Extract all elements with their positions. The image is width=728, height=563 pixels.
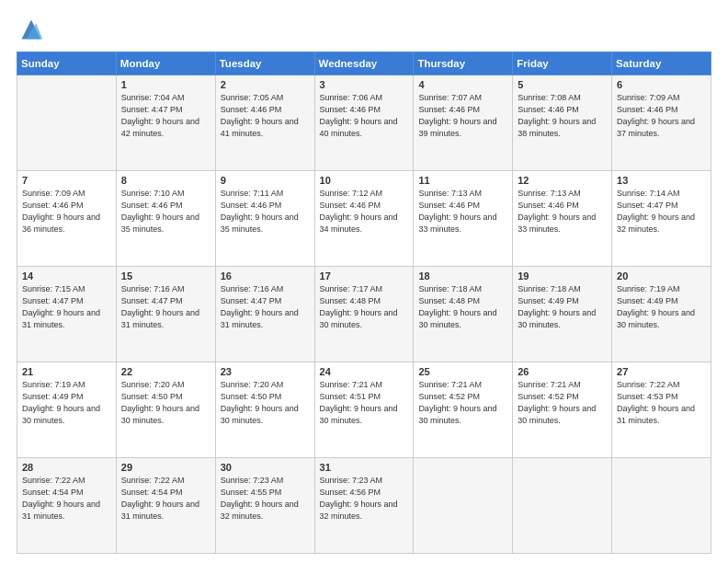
- page: SundayMondayTuesdayWednesdayThursdayFrid…: [0, 0, 728, 563]
- day-info: Sunrise: 7:22 AM Sunset: 4:53 PM Dayligh…: [617, 380, 695, 425]
- day-number: 26: [518, 366, 607, 377]
- weekday-header-wednesday: Wednesday: [314, 52, 414, 75]
- day-info: Sunrise: 7:23 AM Sunset: 4:55 PM Dayligh…: [221, 476, 299, 521]
- calendar-cell: 4 Sunrise: 7:07 AM Sunset: 4:46 PM Dayli…: [414, 75, 513, 171]
- calendar-week-4: 21 Sunrise: 7:19 AM Sunset: 4:49 PM Dayl…: [17, 362, 711, 458]
- day-number: 4: [418, 79, 507, 90]
- weekday-header-sunday: Sunday: [17, 52, 117, 75]
- day-info: Sunrise: 7:11 AM Sunset: 4:46 PM Dayligh…: [221, 189, 299, 234]
- calendar-cell: 28 Sunrise: 7:22 AM Sunset: 4:54 PM Dayl…: [17, 458, 117, 554]
- day-number: 17: [320, 270, 409, 282]
- calendar-week-5: 28 Sunrise: 7:22 AM Sunset: 4:54 PM Dayl…: [17, 458, 711, 554]
- day-info: Sunrise: 7:09 AM Sunset: 4:46 PM Dayligh…: [22, 189, 100, 234]
- day-number: 19: [518, 270, 607, 282]
- day-info: Sunrise: 7:13 AM Sunset: 4:46 PM Dayligh…: [518, 189, 596, 234]
- calendar-cell: 6 Sunrise: 7:09 AM Sunset: 4:46 PM Dayli…: [612, 75, 711, 171]
- calendar-cell: 2 Sunrise: 7:05 AM Sunset: 4:46 PM Dayli…: [215, 75, 314, 171]
- day-number: 23: [221, 366, 310, 377]
- day-number: 13: [617, 175, 706, 186]
- day-number: 6: [617, 79, 706, 90]
- calendar-cell: 19 Sunrise: 7:18 AM Sunset: 4:49 PM Dayl…: [513, 267, 612, 362]
- day-number: 27: [617, 366, 706, 377]
- day-info: Sunrise: 7:13 AM Sunset: 4:46 PM Dayligh…: [418, 189, 496, 234]
- day-info: Sunrise: 7:14 AM Sunset: 4:47 PM Dayligh…: [617, 189, 695, 234]
- day-info: Sunrise: 7:08 AM Sunset: 4:46 PM Dayligh…: [518, 93, 596, 138]
- day-info: Sunrise: 7:21 AM Sunset: 4:52 PM Dayligh…: [518, 380, 596, 425]
- day-number: 9: [221, 175, 310, 186]
- day-info: Sunrise: 7:19 AM Sunset: 4:49 PM Dayligh…: [22, 380, 100, 425]
- calendar-cell: 15 Sunrise: 7:16 AM Sunset: 4:47 PM Dayl…: [116, 267, 215, 362]
- day-number: 21: [22, 366, 111, 377]
- day-number: 10: [320, 175, 409, 186]
- calendar-cell: [612, 458, 711, 554]
- day-number: 12: [518, 175, 607, 186]
- day-info: Sunrise: 7:09 AM Sunset: 4:46 PM Dayligh…: [617, 93, 695, 138]
- day-info: Sunrise: 7:23 AM Sunset: 4:56 PM Dayligh…: [320, 476, 398, 521]
- day-number: 29: [121, 462, 210, 473]
- weekday-header-monday: Monday: [116, 52, 215, 75]
- calendar-week-3: 14 Sunrise: 7:15 AM Sunset: 4:47 PM Dayl…: [17, 267, 711, 362]
- calendar-cell: 10 Sunrise: 7:12 AM Sunset: 4:46 PM Dayl…: [314, 171, 414, 267]
- day-info: Sunrise: 7:15 AM Sunset: 4:47 PM Dayligh…: [22, 284, 100, 329]
- day-info: Sunrise: 7:20 AM Sunset: 4:50 PM Dayligh…: [221, 380, 299, 425]
- day-number: 8: [121, 175, 210, 186]
- day-number: 22: [121, 366, 210, 377]
- header: [17, 17, 711, 42]
- day-number: 14: [22, 270, 111, 282]
- day-number: 18: [418, 270, 507, 282]
- day-number: 5: [518, 79, 607, 90]
- calendar-cell: 25 Sunrise: 7:21 AM Sunset: 4:52 PM Dayl…: [414, 362, 513, 458]
- day-number: 28: [22, 462, 111, 473]
- calendar-cell: 20 Sunrise: 7:19 AM Sunset: 4:49 PM Dayl…: [612, 267, 711, 362]
- day-number: 30: [221, 462, 310, 473]
- calendar-cell: 3 Sunrise: 7:06 AM Sunset: 4:46 PM Dayli…: [314, 75, 414, 171]
- calendar-cell: [513, 458, 612, 554]
- day-info: Sunrise: 7:22 AM Sunset: 4:54 PM Dayligh…: [22, 476, 100, 521]
- day-info: Sunrise: 7:05 AM Sunset: 4:46 PM Dayligh…: [221, 93, 299, 138]
- day-info: Sunrise: 7:18 AM Sunset: 4:49 PM Dayligh…: [518, 284, 596, 329]
- day-info: Sunrise: 7:20 AM Sunset: 4:50 PM Dayligh…: [121, 380, 199, 425]
- day-number: 25: [418, 366, 507, 377]
- day-info: Sunrise: 7:21 AM Sunset: 4:52 PM Dayligh…: [418, 380, 496, 425]
- calendar-cell: 13 Sunrise: 7:14 AM Sunset: 4:47 PM Dayl…: [612, 171, 711, 267]
- calendar-cell: [414, 458, 513, 554]
- day-number: 3: [320, 79, 409, 90]
- day-info: Sunrise: 7:21 AM Sunset: 4:51 PM Dayligh…: [320, 380, 398, 425]
- day-info: Sunrise: 7:07 AM Sunset: 4:46 PM Dayligh…: [418, 93, 496, 138]
- calendar-cell: 12 Sunrise: 7:13 AM Sunset: 4:46 PM Dayl…: [513, 171, 612, 267]
- calendar-cell: 24 Sunrise: 7:21 AM Sunset: 4:51 PM Dayl…: [314, 362, 414, 458]
- logo: [17, 17, 44, 42]
- day-number: 16: [221, 270, 310, 282]
- day-info: Sunrise: 7:22 AM Sunset: 4:54 PM Dayligh…: [121, 476, 199, 521]
- day-info: Sunrise: 7:16 AM Sunset: 4:47 PM Dayligh…: [221, 284, 299, 329]
- calendar-cell: 11 Sunrise: 7:13 AM Sunset: 4:46 PM Dayl…: [414, 171, 513, 267]
- logo-icon: [18, 17, 44, 42]
- calendar-cell: 27 Sunrise: 7:22 AM Sunset: 4:53 PM Dayl…: [612, 362, 711, 458]
- calendar-cell: 31 Sunrise: 7:23 AM Sunset: 4:56 PM Dayl…: [314, 458, 414, 554]
- day-info: Sunrise: 7:04 AM Sunset: 4:47 PM Dayligh…: [121, 93, 199, 138]
- day-number: 15: [121, 270, 210, 282]
- calendar-cell: 30 Sunrise: 7:23 AM Sunset: 4:55 PM Dayl…: [215, 458, 314, 554]
- calendar-cell: 23 Sunrise: 7:20 AM Sunset: 4:50 PM Dayl…: [215, 362, 314, 458]
- weekday-header-row: SundayMondayTuesdayWednesdayThursdayFrid…: [17, 52, 711, 75]
- weekday-header-saturday: Saturday: [612, 52, 711, 75]
- calendar-cell: 22 Sunrise: 7:20 AM Sunset: 4:50 PM Dayl…: [116, 362, 215, 458]
- calendar-cell: [17, 75, 117, 171]
- calendar-cell: 18 Sunrise: 7:18 AM Sunset: 4:48 PM Dayl…: [414, 267, 513, 362]
- day-info: Sunrise: 7:18 AM Sunset: 4:48 PM Dayligh…: [418, 284, 496, 329]
- weekday-header-tuesday: Tuesday: [215, 52, 314, 75]
- calendar-cell: 5 Sunrise: 7:08 AM Sunset: 4:46 PM Dayli…: [513, 75, 612, 171]
- calendar-cell: 17 Sunrise: 7:17 AM Sunset: 4:48 PM Dayl…: [314, 267, 414, 362]
- day-info: Sunrise: 7:19 AM Sunset: 4:49 PM Dayligh…: [617, 284, 695, 329]
- day-info: Sunrise: 7:17 AM Sunset: 4:48 PM Dayligh…: [320, 284, 398, 329]
- day-number: 2: [221, 79, 310, 90]
- day-number: 20: [617, 270, 706, 282]
- calendar-cell: 16 Sunrise: 7:16 AM Sunset: 4:47 PM Dayl…: [215, 267, 314, 362]
- day-info: Sunrise: 7:16 AM Sunset: 4:47 PM Dayligh…: [121, 284, 199, 329]
- day-info: Sunrise: 7:12 AM Sunset: 4:46 PM Dayligh…: [320, 189, 398, 234]
- weekday-header-thursday: Thursday: [414, 52, 513, 75]
- day-number: 7: [22, 175, 111, 186]
- day-number: 1: [121, 79, 210, 90]
- day-number: 31: [320, 462, 409, 473]
- calendar-week-1: 1 Sunrise: 7:04 AM Sunset: 4:47 PM Dayli…: [17, 75, 711, 171]
